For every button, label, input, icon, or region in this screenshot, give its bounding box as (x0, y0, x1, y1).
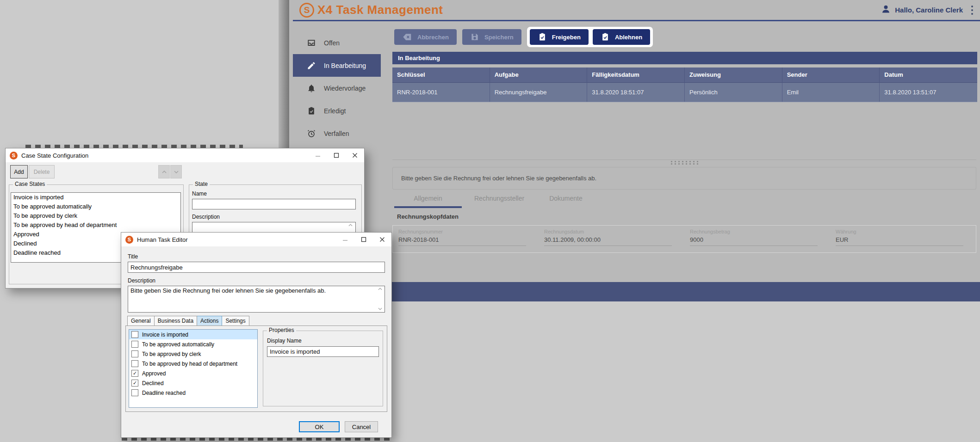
maximize-icon[interactable] (327, 148, 346, 162)
name-label: Name (192, 190, 207, 197)
column-header[interactable]: Zuweisung (685, 68, 782, 82)
action-label: Invoice is imported (142, 332, 188, 338)
move-down-button[interactable] (170, 165, 182, 178)
scroll-down-icon[interactable] (378, 307, 382, 310)
action-row[interactable]: Deadline reached (129, 388, 257, 398)
delete-button[interactable]: Delete (29, 165, 55, 178)
editor-tab-actions[interactable]: Actions (197, 316, 222, 326)
editor-tab-settings[interactable]: Settings (222, 316, 249, 326)
task-editor-titlebar[interactable]: S Human Task Editor (121, 233, 391, 246)
table-cell: Persönlich (685, 82, 782, 102)
sidebar-item-label: Offen (324, 39, 340, 47)
checkbox[interactable] (131, 389, 138, 396)
floppy-icon (470, 32, 479, 42)
title-label: Title (128, 253, 138, 260)
instruction-panel: Bitte geben Sie die Rechnung frei oder l… (392, 167, 976, 190)
table-row[interactable]: RNR-2018-001Rechnungsfreigabe31.8.2020 1… (392, 82, 977, 102)
action-row[interactable]: Declined (129, 378, 257, 388)
close-icon[interactable] (373, 233, 391, 246)
action-row[interactable]: To be approved by head of department (129, 359, 257, 368)
abbrechen-button[interactable]: Abbrechen (394, 29, 457, 45)
splitter-line (392, 160, 976, 160)
title-input[interactable] (128, 262, 385, 273)
sidebar-item-in-bearbeitung[interactable]: In Bearbeitung (293, 54, 381, 77)
cancel-button[interactable]: Cancel (345, 421, 378, 432)
checkbox[interactable] (131, 341, 138, 348)
window-controls (309, 148, 364, 162)
speichern-button[interactable]: Speichern (462, 29, 521, 45)
readonly-field: RechnungsnummerRNR-2018-001 (393, 226, 539, 252)
page-title: X4 Task Management (317, 3, 443, 17)
case-state-dialog-titlebar[interactable]: S Case State Configuration (6, 148, 364, 162)
editor-tab-general[interactable]: General (127, 316, 155, 326)
action-row[interactable]: Invoice is imported (129, 330, 257, 339)
column-header[interactable]: Schlüssel (392, 68, 490, 82)
readonly-field: Rechnungsbetrag9000 (684, 226, 830, 252)
task-table: SchlüsselAufgabeFälligkeitsdatumZuweisun… (392, 68, 977, 102)
scroll-up-icon[interactable] (378, 288, 382, 290)
checkbox[interactable] (131, 370, 138, 377)
alarm-clock-icon (307, 129, 316, 138)
sidebar-item-label: Verfallen (324, 130, 349, 137)
section-header: In Bearbeitung (392, 52, 977, 64)
scroll-up-icon[interactable] (348, 224, 353, 227)
case-state-item[interactable]: To be approved by clerk (11, 211, 180, 221)
description-textarea[interactable]: Bitte geben Sie die Rechnung frei oder l… (128, 286, 385, 313)
table-cell: Rechnungsfreigabe (490, 82, 588, 102)
splitter-grip[interactable] (671, 161, 701, 165)
app-window: S X4 Task Management Hallo, Caroline Cle… (289, 0, 980, 301)
column-header[interactable]: Datum (880, 68, 977, 82)
maximize-icon[interactable] (354, 233, 373, 246)
description-label: Description (192, 214, 220, 220)
background-artifact (25, 145, 243, 148)
move-up-button[interactable] (158, 165, 170, 178)
properties-label: Properties (267, 327, 296, 333)
state-group-label: State (193, 181, 210, 187)
tray-icon (307, 38, 316, 48)
action-row[interactable]: To be approved by clerk (129, 349, 257, 359)
minimize-icon[interactable] (309, 148, 327, 162)
app-header: S X4 Task Management Hallo, Caroline Cle… (293, 0, 980, 21)
sidebar-item-verfallen[interactable]: Verfallen (293, 122, 381, 145)
action-label: To be approved by head of department (142, 361, 237, 367)
description-label: Description (128, 277, 155, 284)
clipboard-check-icon (307, 106, 316, 116)
case-state-item[interactable]: To be approved by head of department (11, 221, 180, 230)
column-header[interactable]: Fälligkeitsdatum (587, 68, 685, 82)
sidebar-item-wiedervorlage[interactable]: Wiedervorlage (293, 77, 381, 99)
field-label: Währung (836, 229, 970, 234)
editor-tabs: GeneralBusiness DataActionsSettings (127, 316, 249, 326)
tab-allgemein[interactable]: Allgemein (394, 191, 462, 208)
freigeben-button[interactable]: Freigeben (530, 29, 589, 45)
sidebar-item-erledigt[interactable]: Erledigt (293, 99, 381, 122)
name-input[interactable] (192, 199, 356, 209)
checkbox[interactable] (131, 360, 138, 367)
column-header[interactable]: Aufgabe (490, 68, 588, 82)
button-label: Ablehnen (615, 34, 642, 41)
checkbox[interactable] (131, 331, 138, 338)
editor-tab-business-data[interactable]: Business Data (155, 316, 197, 326)
case-state-item[interactable]: Invoice is imported (11, 193, 180, 202)
sidebar-item-offen[interactable]: Offen (293, 31, 381, 54)
readonly-field: WährungEUR (830, 226, 976, 252)
field-value: 9000 (690, 236, 818, 246)
kebab-menu-icon[interactable] (971, 5, 974, 15)
tab-rechnungssteller[interactable]: Rechnungssteller (462, 191, 537, 208)
checkbox[interactable] (131, 350, 138, 357)
close-icon[interactable] (346, 148, 364, 162)
field-value: 30.11.2009, 00:00:00 (544, 236, 672, 246)
minimize-icon[interactable] (336, 233, 354, 246)
display-name-input[interactable] (267, 346, 379, 357)
field-label: Rechnungsbetrag (690, 229, 825, 234)
ok-button[interactable]: OK (299, 421, 340, 432)
ablehnen-button[interactable]: Ablehnen (593, 29, 650, 45)
column-header[interactable]: Sender (782, 68, 880, 82)
tab-dokumente[interactable]: Dokumente (537, 191, 595, 208)
case-state-item[interactable]: To be approved automatically (11, 202, 180, 211)
add-button[interactable]: Add (10, 165, 28, 178)
action-row[interactable]: To be approved automatically (129, 339, 257, 349)
action-row[interactable]: Approved (129, 368, 257, 378)
toolbar: AbbrechenSpeichern FreigebenAblehnen (394, 27, 653, 47)
checkbox[interactable] (131, 380, 138, 387)
user-menu[interactable]: Hallo, Caroline Clerk (881, 4, 974, 16)
